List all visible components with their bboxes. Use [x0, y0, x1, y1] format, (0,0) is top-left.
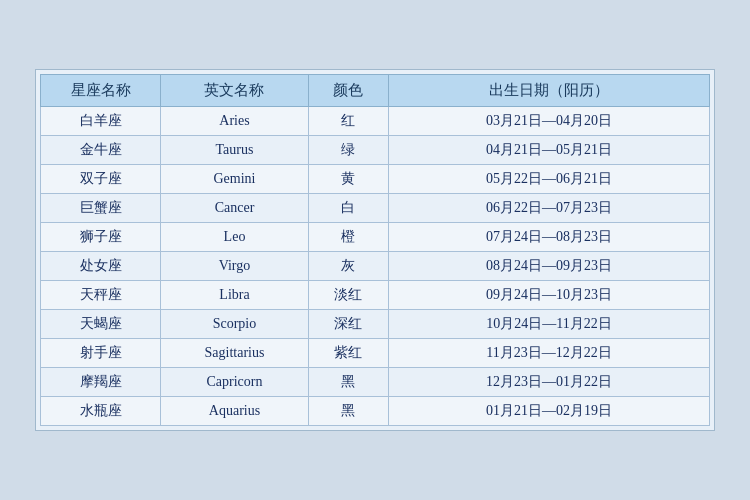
cell-date: 06月22日—07月23日 — [388, 194, 709, 223]
cell-chinese: 狮子座 — [41, 223, 161, 252]
cell-date: 11月23日—12月22日 — [388, 339, 709, 368]
cell-english: Capricorn — [161, 368, 308, 397]
cell-english: Taurus — [161, 136, 308, 165]
table-row: 白羊座Aries红03月21日—04月20日 — [41, 107, 710, 136]
table-header-row: 星座名称 英文名称 颜色 出生日期（阳历） — [41, 75, 710, 107]
cell-date: 12月23日—01月22日 — [388, 368, 709, 397]
cell-date: 05月22日—06月21日 — [388, 165, 709, 194]
table-row: 天秤座Libra淡红09月24日—10月23日 — [41, 281, 710, 310]
cell-color: 黑 — [308, 397, 388, 426]
table-row: 水瓶座Aquarius黑01月21日—02月19日 — [41, 397, 710, 426]
table-row: 金牛座Taurus绿04月21日—05月21日 — [41, 136, 710, 165]
cell-english: Aries — [161, 107, 308, 136]
zodiac-table: 星座名称 英文名称 颜色 出生日期（阳历） 白羊座Aries红03月21日—04… — [40, 74, 710, 426]
header-english: 英文名称 — [161, 75, 308, 107]
cell-english: Aquarius — [161, 397, 308, 426]
cell-date: 08月24日—09月23日 — [388, 252, 709, 281]
cell-color: 红 — [308, 107, 388, 136]
cell-chinese: 金牛座 — [41, 136, 161, 165]
cell-english: Leo — [161, 223, 308, 252]
cell-chinese: 白羊座 — [41, 107, 161, 136]
cell-english: Sagittarius — [161, 339, 308, 368]
table-row: 双子座Gemini黄05月22日—06月21日 — [41, 165, 710, 194]
cell-date: 04月21日—05月21日 — [388, 136, 709, 165]
cell-date: 10月24日—11月22日 — [388, 310, 709, 339]
cell-color: 绿 — [308, 136, 388, 165]
cell-date: 09月24日—10月23日 — [388, 281, 709, 310]
cell-color: 灰 — [308, 252, 388, 281]
cell-english: Virgo — [161, 252, 308, 281]
cell-chinese: 天蝎座 — [41, 310, 161, 339]
cell-chinese: 射手座 — [41, 339, 161, 368]
table-row: 射手座Sagittarius紫红11月23日—12月22日 — [41, 339, 710, 368]
cell-chinese: 天秤座 — [41, 281, 161, 310]
header-color: 颜色 — [308, 75, 388, 107]
table-row: 摩羯座Capricorn黑12月23日—01月22日 — [41, 368, 710, 397]
cell-chinese: 双子座 — [41, 165, 161, 194]
cell-chinese: 摩羯座 — [41, 368, 161, 397]
cell-color: 黄 — [308, 165, 388, 194]
cell-date: 07月24日—08月23日 — [388, 223, 709, 252]
cell-color: 橙 — [308, 223, 388, 252]
cell-english: Libra — [161, 281, 308, 310]
cell-chinese: 巨蟹座 — [41, 194, 161, 223]
cell-english: Cancer — [161, 194, 308, 223]
cell-chinese: 水瓶座 — [41, 397, 161, 426]
zodiac-table-container: 星座名称 英文名称 颜色 出生日期（阳历） 白羊座Aries红03月21日—04… — [35, 69, 715, 431]
cell-chinese: 处女座 — [41, 252, 161, 281]
table-row: 巨蟹座Cancer白06月22日—07月23日 — [41, 194, 710, 223]
cell-date: 01月21日—02月19日 — [388, 397, 709, 426]
cell-color: 淡红 — [308, 281, 388, 310]
header-date: 出生日期（阳历） — [388, 75, 709, 107]
table-row: 处女座Virgo灰08月24日—09月23日 — [41, 252, 710, 281]
cell-color: 紫红 — [308, 339, 388, 368]
cell-color: 黑 — [308, 368, 388, 397]
cell-english: Gemini — [161, 165, 308, 194]
cell-english: Scorpio — [161, 310, 308, 339]
header-chinese: 星座名称 — [41, 75, 161, 107]
cell-color: 白 — [308, 194, 388, 223]
table-row: 天蝎座Scorpio深红10月24日—11月22日 — [41, 310, 710, 339]
cell-color: 深红 — [308, 310, 388, 339]
table-row: 狮子座Leo橙07月24日—08月23日 — [41, 223, 710, 252]
cell-date: 03月21日—04月20日 — [388, 107, 709, 136]
